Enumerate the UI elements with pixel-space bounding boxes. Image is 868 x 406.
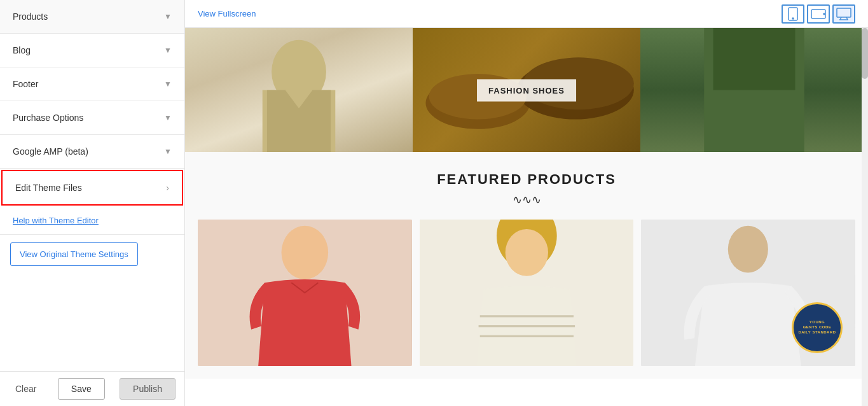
svg-point-3 [823,13,825,15]
tablet-landscape-icon [811,8,826,20]
fashion-shoes-label: FASHION SHOES [477,79,576,101]
edit-theme-files-item[interactable]: Edit Theme Files › [1,170,183,206]
chevron-down-icon-products: ▼ [164,12,172,21]
tablet-portrait-button[interactable] [782,4,804,24]
product-card-2 [420,220,634,366]
sidebar-item-purchase-options-label: Purchase Options [13,113,83,123]
desktop-icon [836,8,851,20]
view-original-theme-settings-button[interactable]: View Original Theme Settings [10,242,138,266]
svg-point-24 [728,226,768,273]
sidebar-item-products-label: Products [13,11,48,22]
chevron-right-icon: › [166,183,169,193]
person-red-shirt [198,220,412,366]
svg-point-1 [792,18,794,19]
sidebar-bottom-bar: Clear Save Publish [0,371,184,406]
sidebar-item-google-amp[interactable]: Google AMP (beta) ▼ [0,135,184,169]
featured-products-section: FEATURED PRODUCTS ∿∿∿ [185,152,868,379]
product-card-3: YOUNGGENTS CODEDAILY STANDARD [641,220,855,366]
featured-products-title: FEATURED PRODUCTS [198,171,855,188]
edit-theme-files-label: Edit Theme Files [15,183,82,193]
preview-area: FASHION SHOES FEATURED PRODUCTS ∿∿∿ [185,28,868,406]
svg-point-19 [282,226,329,279]
desktop-button[interactable] [832,4,855,24]
sidebar-item-products[interactable]: Products ▼ [0,0,184,34]
chevron-down-icon-amp: ▼ [164,147,172,156]
chevron-down-icon-blog: ▼ [164,46,172,55]
svg-rect-17 [713,28,796,90]
sidebar-item-blog-label: Blog [13,45,31,55]
main-scrollbar-thumb [862,28,868,79]
help-with-theme-editor-link[interactable]: Help with Theme Editor [0,207,184,235]
svg-point-22 [505,229,548,276]
fashion-pants-image [640,28,868,152]
svg-rect-4 [837,8,851,17]
tablet-portrait-icon [787,7,799,21]
chevron-down-icon-footer: ▼ [164,80,172,88]
young-gents-badge: YOUNGGENTS CODEDAILY STANDARD [792,302,843,353]
products-row: YOUNGGENTS CODEDAILY STANDARD [198,220,855,366]
featured-divider: ∿∿∿ [198,193,855,207]
person-white-sweater [420,220,634,366]
sidebar: Products ▼ Blog ▼ Footer ▼ Purchase Opti… [0,0,185,406]
main-scrollbar[interactable] [862,28,868,406]
publish-button[interactable]: Publish [120,378,176,400]
sidebar-item-footer[interactable]: Footer ▼ [0,67,184,101]
badge-text: YOUNGGENTS CODEDAILY STANDARD [798,320,836,335]
chevron-down-icon-purchase: ▼ [164,113,172,122]
sidebar-item-purchase-options[interactable]: Purchase Options ▼ [0,101,184,135]
main-content-area: View Fullscreen [185,0,868,406]
device-icons-group [782,4,855,24]
clear-button[interactable]: Clear [9,379,43,399]
fashion-images-row: FASHION SHOES [185,28,868,152]
fashion-shoes-image: FASHION SHOES [413,28,640,152]
tablet-landscape-button[interactable] [807,4,830,24]
view-fullscreen-link[interactable]: View Fullscreen [198,9,256,18]
fashion-suit-image [185,28,413,152]
sidebar-item-google-amp-label: Google AMP (beta) [13,146,88,157]
topbar: View Fullscreen [185,0,868,28]
help-link-label: Help with Theme Editor [13,216,99,225]
sidebar-scroll: Products ▼ Blog ▼ Footer ▼ Purchase Opti… [0,0,184,371]
save-button[interactable]: Save [58,378,105,400]
sidebar-item-blog[interactable]: Blog ▼ [0,34,184,67]
sidebar-item-footer-label: Footer [13,79,38,89]
product-card-1 [198,220,412,366]
